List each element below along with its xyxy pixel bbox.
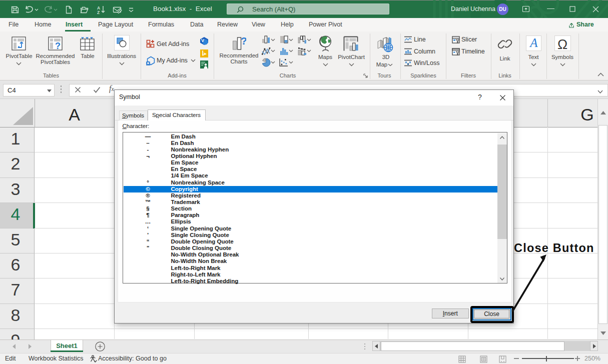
svg-text:Z: Z	[97, 10, 100, 14]
svg-text:V: V	[201, 38, 204, 43]
svg-text:?: ?	[241, 36, 246, 46]
svg-text:?: ?	[55, 41, 61, 50]
